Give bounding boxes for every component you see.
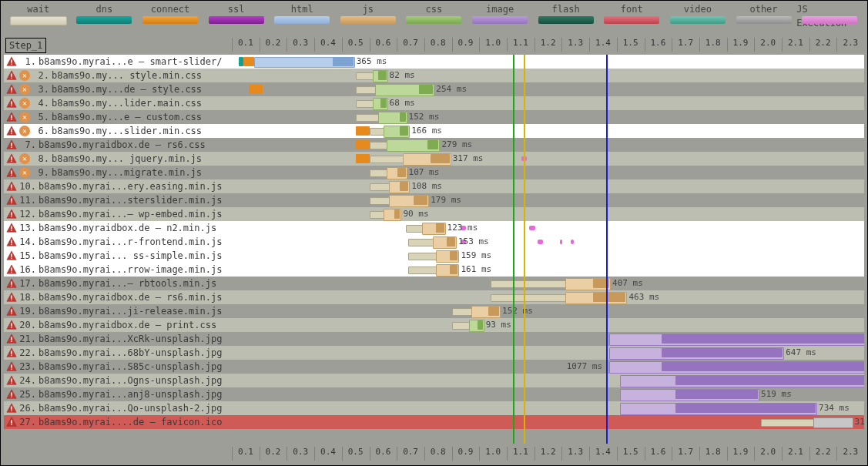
warning-icon: [6, 334, 17, 344]
request-name-cell[interactable]: 17.b8ams9o.myrai...– rbtools.min.js: [4, 278, 232, 289]
request-name-cell[interactable]: 12.b8ams9o.myrai...– wp-embed.min.js: [4, 209, 232, 220]
timing-bar-cell[interactable]: 82 ms: [235, 69, 864, 82]
request-row[interactable]: 23.b8ams9o.myrai...S85c-unsplash.jpg1077…: [4, 360, 864, 374]
timing-bar-cell[interactable]: 68 ms: [235, 96, 864, 110]
timing-segment: [380, 99, 386, 108]
timing-bar-cell[interactable]: 956 ms: [235, 374, 864, 387]
timing-bar-cell[interactable]: 317 ms: [235, 152, 864, 166]
request-name-cell[interactable]: 24.b8ams9o.myrai...Ogns-unsplash.jpg: [4, 375, 232, 386]
request-row[interactable]: 27.b8ams9o.myrai....de – favicon.ico317 …: [4, 415, 864, 429]
timing-bar-cell[interactable]: 159 ms: [235, 249, 864, 263]
timing-bar-cell[interactable]: 976 ms: [235, 332, 864, 346]
timing-bar-cell[interactable]: 1077 ms: [235, 360, 864, 374]
timing-bar-cell[interactable]: 108 ms: [235, 179, 864, 193]
timing-bar-cell[interactable]: 152 ms: [235, 110, 864, 124]
timing-bar-cell[interactable]: 317 ms (404): [235, 415, 864, 429]
timing-bar-cell[interactable]: 647 ms: [235, 346, 864, 360]
request-row[interactable]: 24.b8ams9o.myrai...Ogns-unsplash.jpg956 …: [4, 374, 864, 387]
request-name-cell[interactable]: 11.b8ams9o.myrai...sterslider.min.js: [4, 195, 232, 206]
request-name-cell[interactable]: 4.b8ams9o.my...lider.main.css: [4, 98, 232, 109]
request-name-cell[interactable]: 7.b8ams9o.myraidbox.de – rs6.css: [4, 139, 232, 150]
request-row[interactable]: 21.b8ams9o.myrai...XcRk-unsplash.jpg976 …: [4, 332, 864, 346]
request-row[interactable]: 12.b8ams9o.myrai...– wp-embed.min.js90 m…: [4, 207, 864, 221]
request-row[interactable]: 11.b8ams9o.myrai...sterslider.min.js179 …: [4, 193, 864, 207]
request-name-cell[interactable]: 15.b8ams9o.myrai... ss-simple.min.js: [4, 250, 232, 261]
request-name-cell[interactable]: 13.b8ams9o.myraidbox.de – n2.min.js: [4, 223, 232, 233]
request-name-cell[interactable]: 14.b8ams9o.myrai...r-frontend.min.js: [4, 236, 232, 247]
svg-rect-24: [11, 226, 12, 229]
request-row[interactable]: 19.b8ams9o.myrai...ji-release.min.js152 …: [4, 304, 864, 318]
request-name-cell[interactable]: 6.b8ams9o.my...slider.min.css: [4, 126, 232, 136]
cancel-icon: [19, 126, 30, 136]
legend-item-other: other: [731, 2, 797, 32]
request-row[interactable]: 20.b8ams9o.myraidbox.de – print.css93 ms: [4, 318, 864, 332]
timing-segment: [397, 168, 406, 177]
svg-rect-48: [11, 392, 12, 395]
request-name-cell[interactable]: 3.b8ams9o.my...de – style.css: [4, 84, 232, 95]
request-row[interactable]: 26.b8ams9o.myrai...Qo-unsplash-2.jpg734 …: [4, 401, 864, 415]
request-row[interactable]: 25.b8ams9o.myrai...anj8-unsplash.jpg519 …: [4, 387, 864, 401]
timing-bar-cell[interactable]: 519 ms: [235, 387, 864, 401]
timing-bar-cell[interactable]: 279 ms: [235, 138, 864, 152]
request-name-cell[interactable]: 18.b8ams9o.myraidbox.de – rs6.min.js: [4, 292, 232, 303]
request-index: 17.: [19, 278, 36, 289]
request-row[interactable]: 8.b8ams9o.my... jquery.min.js317 ms: [4, 152, 864, 166]
timing-bar-cell[interactable]: 93 ms: [235, 318, 864, 332]
request-name-cell[interactable]: 23.b8ams9o.myrai...S85c-unsplash.jpg: [4, 361, 232, 372]
timing-bar-cell[interactable]: 152 ms: [235, 304, 864, 318]
request-row[interactable]: 14.b8ams9o.myrai...r-frontend.min.js153 …: [4, 235, 864, 249]
request-name-cell[interactable]: 25.b8ams9o.myrai...anj8-unsplash.jpg: [4, 389, 232, 400]
request-name-cell[interactable]: 9.b8ams9o.my...migrate.min.js: [4, 167, 232, 178]
timing-bar-cell[interactable]: 161 ms: [235, 263, 864, 277]
timing-bar-cell[interactable]: 407 ms: [235, 277, 864, 290]
timing-bar-cell[interactable]: 179 ms: [235, 193, 864, 207]
request-row[interactable]: 1.b8ams9o.myrai...e – smart-slider/365 m…: [4, 55, 864, 69]
legend-label: css: [426, 2, 443, 16]
svg-rect-49: [11, 397, 12, 397]
time-tick: 0.3: [287, 38, 314, 52]
request-row[interactable]: 2.b8ams9o.my... style.min.css82 ms: [4, 69, 864, 82]
request-row[interactable]: 22.b8ams9o.myrai...68bY-unsplash.jpg647 …: [4, 346, 864, 360]
timing-bar-cell[interactable]: 166 ms: [235, 124, 864, 138]
request-name-cell[interactable]: 20.b8ams9o.myraidbox.de – print.css: [4, 320, 232, 330]
timing-segment: [662, 334, 864, 344]
request-row[interactable]: 18.b8ams9o.myraidbox.de – rs6.min.js463 …: [4, 290, 864, 304]
legend-label: flash: [552, 2, 580, 16]
time-tick: 0.9: [452, 447, 480, 461]
request-row[interactable]: 16.b8ams9o.myrai...rrow-image.min.js161 …: [4, 263, 864, 277]
timing-bar-cell[interactable]: 463 ms: [235, 290, 864, 304]
request-row[interactable]: 15.b8ams9o.myrai... ss-simple.min.js159 …: [4, 249, 864, 263]
request-name-cell[interactable]: 21.b8ams9o.myrai...XcRk-unsplash.jpg: [4, 334, 232, 344]
cancel-icon: [19, 84, 30, 95]
request-row[interactable]: 17.b8ams9o.myrai...– rbtools.min.js407 m…: [4, 277, 864, 290]
timing-bar-cell[interactable]: 153 ms: [235, 235, 864, 249]
request-row[interactable]: 13.b8ams9o.myraidbox.de – n2.min.js123 m…: [4, 221, 864, 235]
timing-bar-cell[interactable]: 734 ms: [235, 401, 864, 415]
timing-bar-cell[interactable]: 90 ms: [235, 207, 864, 221]
request-name-cell[interactable]: 10.b8ams9o.myrai...ery.easing.min.js: [4, 181, 232, 192]
timing-bar-cell[interactable]: 107 ms: [235, 166, 864, 179]
request-name-cell[interactable]: 8.b8ams9o.my... jquery.min.js: [4, 153, 232, 164]
svg-rect-21: [11, 203, 12, 203]
request-row[interactable]: 7.b8ams9o.myraidbox.de – rs6.css279 ms: [4, 138, 864, 152]
request-name-cell[interactable]: 16.b8ams9o.myrai...rrow-image.min.js: [4, 264, 232, 275]
request-row[interactable]: 3.b8ams9o.my...de – style.css254 ms: [4, 82, 864, 96]
request-name-cell[interactable]: 26.b8ams9o.myrai...Qo-unsplash-2.jpg: [4, 403, 232, 414]
request-name-cell[interactable]: 5.b8ams9o.my...e – custom.css: [4, 112, 232, 122]
timing-bar-cell[interactable]: 254 ms: [235, 82, 864, 96]
svg-rect-9: [11, 119, 12, 120]
request-name-cell[interactable]: 27.b8ams9o.myrai....de – favicon.ico: [4, 417, 232, 427]
duration-label: 159 ms: [461, 250, 491, 260]
timing-bar-cell[interactable]: 365 ms: [235, 55, 864, 69]
request-row[interactable]: 6.b8ams9o.my...slider.min.css166 ms: [4, 124, 864, 138]
request-row[interactable]: 4.b8ams9o.my...lider.main.css68 ms: [4, 96, 864, 110]
duration-label: 179 ms: [431, 195, 461, 205]
request-name-cell[interactable]: 1.b8ams9o.myrai...e – smart-slider/: [4, 56, 232, 67]
request-name-cell[interactable]: 2.b8ams9o.my... style.min.css: [4, 70, 232, 81]
request-row[interactable]: 5.b8ams9o.my...e – custom.css152 ms: [4, 110, 864, 124]
request-row[interactable]: 9.b8ams9o.my...migrate.min.js107 ms: [4, 166, 864, 179]
request-name-cell[interactable]: 19.b8ams9o.myrai...ji-release.min.js: [4, 306, 232, 317]
request-row[interactable]: 10.b8ams9o.myrai...ery.easing.min.js108 …: [4, 179, 864, 193]
request-name-cell[interactable]: 22.b8ams9o.myrai...68bY-unsplash.jpg: [4, 347, 232, 358]
timing-bar-cell[interactable]: 123 ms: [235, 221, 864, 235]
